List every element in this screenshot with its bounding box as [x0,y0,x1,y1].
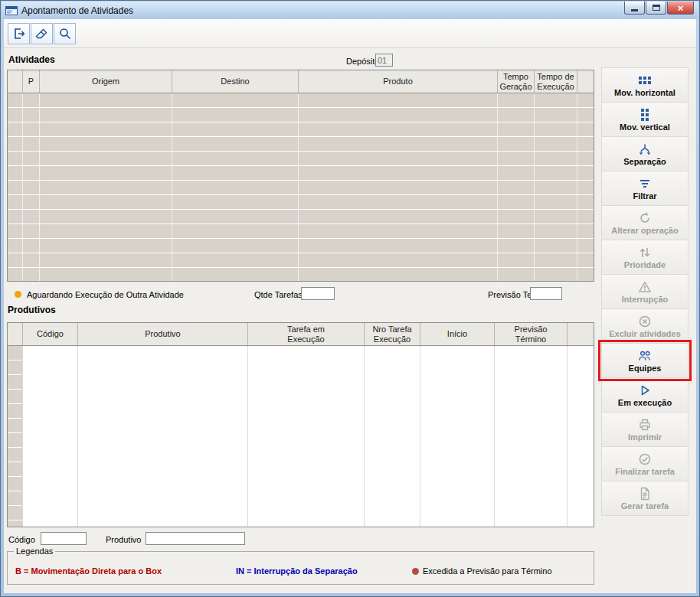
grid-column [23,346,78,527]
check-circle-icon [638,452,652,466]
codigo-label: Código [8,535,35,544]
sidebar-button-label: Prioridade [624,260,666,269]
filter-icon [638,177,652,191]
column-header [577,70,594,93]
app-icon [5,5,18,16]
column-header [8,70,23,93]
sidebar-button-label: Equipes [629,364,662,373]
sidebar-button-equipes[interactable]: Equipes [601,343,689,378]
caption-buttons: × [623,2,694,15]
column-header: Tempo Geração [498,70,535,93]
deposito-label: Depósito [346,57,379,66]
refresh-icon [638,211,652,225]
waiting-status-dot-icon [15,291,21,298]
minimize-icon [631,9,638,11]
sidebar-button-finalizar-tarefa: Finalizar tarefa [601,446,689,481]
grid-column [495,346,568,527]
search-button[interactable] [54,23,76,44]
eraser-icon [35,27,49,41]
maximize-button[interactable] [646,2,666,15]
separation-icon [638,142,652,156]
sidebar-button-prioridade: Prioridade [601,240,689,275]
sidebar-button-label: Interrupção [622,295,669,304]
previsao-tempo-input[interactable] [530,287,562,300]
warning-icon [638,280,652,294]
sidebar-button-interrupcao: Interrupção [601,274,689,309]
column-header: Previsão Término [495,323,568,345]
legend-dot-icon [412,568,419,575]
produtivos-table-body[interactable] [8,346,594,527]
exit-icon [12,27,26,41]
legendas-title: Legendas [14,546,55,556]
sidebar-button-em-execucao[interactable]: Em execução [601,377,689,413]
waiting-status-text: Aguardando Execução de Outra Atividade [27,290,184,299]
sidebar-button-mov-vertical[interactable]: Mov. vertical [601,102,689,137]
produtivos-section-label: Produtivos [8,305,56,315]
column-header: Início [420,323,495,345]
atividades-table-body[interactable] [8,93,594,281]
sidebar-button-label: Filtrar [633,191,656,201]
qtde-tarefas-input[interactable] [301,287,335,300]
legend-text: Excedida a Previsão para Término [423,566,552,576]
column-header [8,323,23,345]
delete-circle-icon [638,315,652,328]
sidebar-button-filtrar[interactable]: Filtrar [601,171,689,206]
play-icon [638,383,652,397]
legend-text: IN = Interrupção da Separação [236,566,358,576]
sidebar-button-label: Separação [623,157,666,166]
maximize-icon [653,5,660,11]
app-window: Apontamento de Atividades × Atividades D… [0,0,700,597]
action-sidebar: Mov. horizontalMov. verticalSeparaçãoFil… [601,68,689,516]
grid-column [420,346,495,527]
deposito-input [375,54,393,67]
grid-column [299,93,498,281]
grid-vertical-icon [638,108,652,122]
column-header: Nro Tarefa Execução [365,323,420,345]
produtivo-label: Produtivo [106,535,141,544]
grid-column [248,346,365,527]
column-header: Tempo de Execução [535,70,577,93]
toolbar [4,19,696,48]
sidebar-button-label: Gerar tarefa [621,501,669,511]
legend-item: B = Movimentação Direta para o Box [15,566,162,576]
column-header: Tarefa em Execução [248,323,365,345]
sidebar-button-label: Mov. vertical [620,122,670,132]
sidebar-button-mov-horizontal[interactable]: Mov. horizontal [601,67,689,103]
legend-item: Excedida a Previsão para Término [412,566,552,576]
sidebar-button-label: Alterar operação [611,226,678,235]
exit-button[interactable] [8,23,30,44]
close-button[interactable]: × [667,2,694,15]
column-header: Código [23,323,78,345]
legend-text: B = Movimentação Direta para o Box [15,566,162,576]
sidebar-button-gerar-tarefa: Gerar tarefa [601,481,689,516]
grid-column [568,346,594,527]
document-icon [638,487,652,501]
sidebar-button-label: Finalizar tarefa [615,467,675,476]
grid-column [8,346,23,527]
grid-column [577,93,594,281]
produtivo-input[interactable] [146,532,245,545]
legendas-groupbox: Legendas B = Movimentação Direta para o … [7,551,594,585]
grid-column [365,346,420,527]
close-icon: × [678,2,684,14]
minimize-button[interactable] [624,2,645,15]
sidebar-button-label: Mov. horizontal [614,88,675,97]
sidebar-button-separacao[interactable]: Separação [601,136,689,171]
legend-row: B = Movimentação Direta para o BoxIN = I… [8,566,594,577]
grid-column [23,93,40,281]
grid-column [535,93,577,281]
atividades-section-label: Atividades [8,54,55,65]
grid-column [78,346,248,527]
grid-column [172,93,299,281]
column-header: Destino [172,70,299,93]
column-header: P [23,70,40,93]
sidebar-button-excluir-atividades: Excluir atividades [601,308,689,344]
clear-button[interactable] [31,23,53,44]
grid-column [498,93,535,281]
grid-column [40,93,172,281]
window-title: Apontamento de Atividades [21,5,133,16]
produtivos-table: CódigoProdutivoTarefa em ExecuçãoNro Tar… [7,322,594,527]
produtivos-table-header: CódigoProdutivoTarefa em ExecuçãoNro Tar… [8,323,594,346]
grid-column [8,93,23,281]
codigo-input[interactable] [41,532,87,545]
